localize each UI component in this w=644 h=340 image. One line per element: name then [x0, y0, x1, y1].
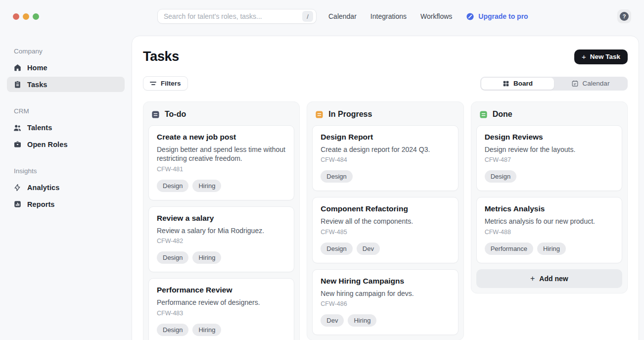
sidebar-item-talents[interactable]: Talents — [7, 120, 125, 135]
nav-workflows[interactable]: Workflows — [420, 12, 452, 20]
nav-calendar[interactable]: Calendar — [328, 12, 357, 20]
tag-hiring: Hiring — [192, 251, 221, 264]
card-description: Design review for the layouts. — [485, 145, 614, 154]
add-new-button[interactable]: + Add new — [476, 269, 622, 288]
upgrade-to-pro-link[interactable]: Upgrade to pro — [466, 12, 528, 21]
reports-icon — [13, 200, 22, 209]
new-task-label: New Task — [590, 53, 620, 60]
sidebar-item-label: Reports — [27, 200, 55, 208]
column-done: Done Design Reviews Design review for th… — [471, 101, 628, 293]
tag-dev: Dev — [321, 314, 344, 327]
tag-hiring: Hiring — [192, 324, 221, 336]
sidebar-item-tasks[interactable]: Tasks — [7, 77, 125, 92]
help-button[interactable]: ? — [617, 9, 631, 23]
main-panel: Tasks + New Task Filters Board — [132, 36, 639, 340]
sidebar-item-label: Analytics — [27, 184, 59, 192]
task-card[interactable]: Design Reviews Design review for the lay… — [476, 125, 622, 191]
board-grid-icon — [503, 80, 509, 87]
card-description: Review a salary for Mia Rodriguez. — [157, 226, 286, 235]
card-title: Design Reviews — [485, 133, 614, 142]
window-close-icon[interactable] — [13, 13, 19, 20]
task-card[interactable]: New Hiring Campaigns New hiring campaign… — [312, 269, 458, 335]
sidebar-item-analytics[interactable]: Analytics — [7, 180, 125, 195]
nav-integrations[interactable]: Integrations — [370, 12, 407, 20]
home-icon — [13, 63, 22, 72]
card-id: CFW-486 — [321, 300, 450, 307]
task-card[interactable]: Component Refactoring Review all of the … — [312, 197, 458, 263]
kanban-board: To-do Create a new job post Design bette… — [143, 101, 628, 340]
task-card[interactable]: Design Report Create a design report for… — [312, 125, 458, 191]
view-toggle-board[interactable]: Board — [481, 78, 554, 90]
sidebar-item-label: Tasks — [27, 81, 47, 89]
card-description: Performance review of designers. — [157, 298, 286, 307]
question-icon: ? — [620, 12, 629, 21]
board-label: Board — [513, 80, 533, 87]
card-title: Metrics Analysis — [485, 204, 614, 213]
window-controls[interactable] — [13, 13, 39, 20]
top-bar: / Calendar Integrations Workflows Upgrad… — [0, 0, 644, 33]
tasks-icon — [13, 80, 22, 89]
tag-hiring: Hiring — [537, 243, 566, 255]
card-id: CFW-485 — [321, 229, 450, 236]
tag-design: Design — [157, 180, 188, 192]
filter-lines-icon — [150, 82, 156, 85]
view-toggle-calendar[interactable]: Calendar — [554, 78, 627, 90]
briefcase-icon — [13, 140, 22, 149]
card-id: CFW-481 — [157, 166, 286, 173]
search-box[interactable]: / — [157, 9, 317, 24]
tag-hiring: Hiring — [192, 180, 221, 192]
card-title: Create a new job post — [157, 133, 286, 142]
filters-button[interactable]: Filters — [143, 76, 188, 91]
task-card[interactable]: Performance Review Performance review of… — [148, 278, 294, 340]
sidebar: Company Home Tasks CRM — [0, 33, 132, 340]
sidebar-item-open-roles[interactable]: Open Roles — [7, 137, 125, 152]
task-card[interactable]: Create a new job post Design better and … — [148, 125, 294, 200]
tag-design: Design — [321, 243, 352, 255]
task-card[interactable]: Metrics Analysis Metrics analysis fo our… — [476, 197, 622, 263]
card-id: CFW-483 — [157, 310, 286, 317]
in-progress-status-icon — [315, 110, 323, 119]
calendar-icon — [571, 80, 579, 87]
page-title: Tasks — [143, 49, 179, 64]
sidebar-section-insights: Insights — [14, 167, 118, 175]
window-minimize-icon[interactable] — [23, 13, 29, 20]
calendar-label: Calendar — [583, 80, 610, 87]
new-task-button[interactable]: + New Task — [574, 49, 628, 64]
filters-label: Filters — [161, 80, 181, 87]
card-id: CFW-482 — [157, 238, 286, 244]
card-description: Create a design report for 2024 Q3. — [321, 145, 450, 154]
tag-dev: Dev — [357, 243, 380, 255]
tag-design: Design — [321, 170, 352, 183]
tag-design: Design — [157, 324, 188, 336]
search-input[interactable] — [164, 12, 302, 20]
task-card[interactable]: Review a salary Review a salary for Mia … — [148, 206, 294, 272]
plus-icon: + — [582, 52, 586, 61]
card-title: Design Report — [321, 133, 450, 142]
card-description: Review all of the components. — [321, 217, 450, 226]
sidebar-item-label: Talents — [27, 124, 52, 132]
column-in-progress: In Progress Design Report Create a desig… — [307, 101, 463, 340]
sidebar-section-company: Company — [14, 48, 118, 55]
analytics-icon — [13, 183, 22, 192]
card-description: Design better and spend less time withou… — [157, 145, 286, 163]
talents-icon — [13, 123, 22, 132]
column-todo: To-do Create a new job post Design bette… — [143, 101, 300, 340]
plus-icon: + — [530, 274, 535, 283]
search-shortcut-badge: / — [302, 11, 313, 22]
card-title: New Hiring Campaigns — [321, 277, 450, 286]
todo-status-icon — [151, 110, 160, 119]
card-id: CFW-484 — [321, 156, 450, 163]
card-description: New hiring campaign for devs. — [321, 289, 450, 298]
tag-design: Design — [485, 170, 516, 183]
card-title: Component Refactoring — [321, 204, 450, 213]
sidebar-item-home[interactable]: Home — [7, 60, 125, 75]
sidebar-item-reports[interactable]: Reports — [7, 196, 125, 212]
sidebar-item-label: Open Roles — [27, 141, 68, 148]
card-title: Review a salary — [157, 214, 286, 223]
done-status-icon — [479, 110, 488, 119]
card-id: CFW-488 — [485, 229, 614, 236]
add-new-label: Add new — [539, 275, 568, 283]
sidebar-section-crm: CRM — [14, 107, 118, 115]
sidebar-item-label: Home — [27, 64, 47, 72]
window-zoom-icon[interactable] — [33, 13, 39, 20]
